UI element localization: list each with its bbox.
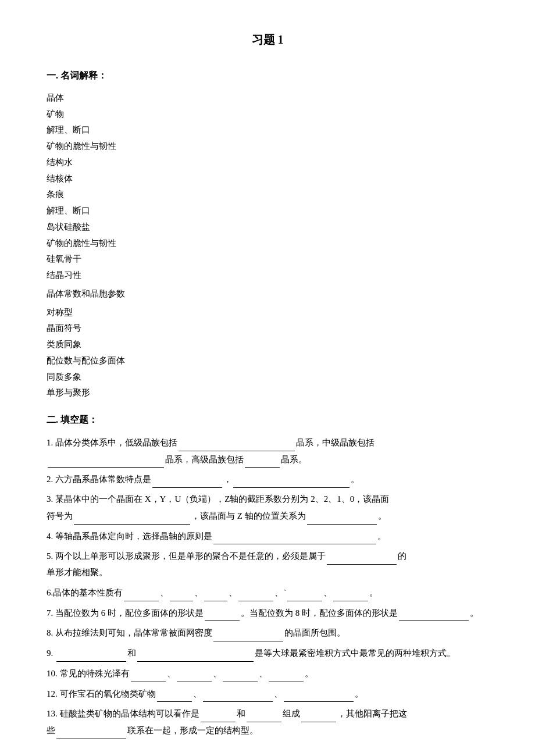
blank bbox=[399, 605, 469, 622]
blank bbox=[327, 548, 397, 565]
blank bbox=[213, 625, 283, 641]
fill-item-3: 3. 某晶体中的一个晶面在 X，Y，U（负端），Z轴的截距系数分别为 2、2、1… bbox=[47, 491, 488, 525]
fill-item-5: 5. 两个以上单形可以形成聚形，但是单形的聚合不是任意的，必须是属于 的单形才能… bbox=[47, 548, 488, 581]
blank bbox=[223, 665, 258, 682]
blank bbox=[238, 584, 273, 601]
section2-heading: 二. 填空题： bbox=[47, 412, 488, 429]
list-item: 结构水 bbox=[47, 155, 488, 171]
list-item: 条痕 bbox=[47, 187, 488, 203]
fill-item-13: 13. 硅酸盐类矿物的晶体结构可以看作是 和 组成 ，其他阳离子把这些 联系在一… bbox=[47, 705, 488, 739]
blank bbox=[157, 686, 192, 702]
list-item: 解理、断口 bbox=[47, 203, 488, 219]
blank bbox=[56, 645, 126, 662]
list-item: 晶体 bbox=[47, 90, 488, 106]
fill-item-7: 7. 当配位数为 6 时，配位多面体的形状是 。当配位数为 8 时，配位多面体的… bbox=[47, 605, 488, 622]
blank bbox=[233, 471, 349, 488]
fill-item-2: 2. 六方晶系晶体常数特点是 ， 。 bbox=[47, 471, 488, 488]
list-item: 同质多象 bbox=[47, 369, 488, 386]
list-item: 矿物的脆性与韧性 bbox=[47, 138, 488, 155]
list-item: 岛状硅酸盐 bbox=[47, 219, 488, 236]
blank bbox=[284, 686, 354, 702]
blank bbox=[137, 645, 254, 662]
blank bbox=[179, 434, 295, 451]
blank bbox=[170, 584, 193, 601]
fill-item-8: 8. 从布拉维法则可知，晶体常常被面网密度 的晶面所包围。 bbox=[47, 625, 488, 641]
blank bbox=[56, 722, 126, 739]
fill-item-1: 1. 晶体分类体系中，低级晶族包括 晶系，中级晶族包括 晶系，高级晶族包括 晶系… bbox=[47, 434, 488, 468]
list-item: 结核体 bbox=[47, 171, 488, 187]
list-item: 硅氧骨干 bbox=[47, 251, 488, 268]
blank bbox=[203, 686, 273, 702]
blank bbox=[74, 508, 190, 525]
blank bbox=[48, 451, 164, 468]
blank bbox=[213, 528, 376, 545]
list-item: 类质同象 bbox=[47, 337, 488, 353]
blank bbox=[301, 705, 336, 722]
fill-item-4: 4. 等轴晶系晶体定向时，选择晶轴的原则是 。 bbox=[47, 528, 488, 545]
list-item: 矿物 bbox=[47, 106, 488, 123]
blank bbox=[247, 705, 281, 722]
fill-item-12: 12. 可作宝石的氧化物类矿物 、 、 。 bbox=[47, 686, 488, 702]
blank bbox=[333, 584, 368, 601]
list-item: 单形与聚形 bbox=[47, 385, 488, 401]
list-item: 矿物的脆性与韧性 bbox=[47, 236, 488, 252]
blank bbox=[201, 705, 236, 722]
fill-item-6: 6.晶体的基本性质有 、 、 、 、` 、 。 bbox=[47, 584, 488, 601]
list-item: 解理、断口 bbox=[47, 122, 488, 138]
blank bbox=[287, 584, 322, 601]
blank bbox=[124, 584, 159, 601]
list-item: 晶面符号 bbox=[47, 320, 488, 337]
list-item: 晶体常数和晶胞参数 bbox=[47, 286, 488, 302]
list-item: 对称型 bbox=[47, 305, 488, 321]
section2: 二. 填空题： 1. 晶体分类体系中，低级晶族包括 晶系，中级晶族包括 晶系，高… bbox=[47, 412, 488, 739]
blank bbox=[205, 605, 240, 622]
list-item: 配位数与配位多面体 bbox=[47, 353, 488, 369]
fill-item-9: 9. 和 是等大球最紧密堆积方式中最常见的两种堆积方式。 bbox=[47, 645, 488, 662]
blank bbox=[307, 508, 377, 525]
blank bbox=[152, 471, 222, 488]
section1-heading: 一. 名词解释： bbox=[47, 67, 488, 84]
term-list: 晶体 矿物 解理、断口 矿物的脆性与韧性 结构水 结核体 条痕 解理、断口 岛状… bbox=[47, 90, 488, 401]
page-title: 习题 1 bbox=[47, 29, 488, 50]
blank bbox=[269, 665, 304, 682]
fill-item-10: 10. 常见的特殊光泽有 、 、 、 。 bbox=[47, 665, 488, 682]
blank bbox=[245, 451, 280, 468]
list-item: 结晶习性 bbox=[47, 268, 488, 284]
blank bbox=[177, 665, 212, 682]
blank bbox=[131, 665, 166, 682]
blank bbox=[204, 584, 227, 601]
section1: 一. 名词解释： 晶体 矿物 解理、断口 矿物的脆性与韧性 结构水 结核体 条痕… bbox=[47, 67, 488, 401]
